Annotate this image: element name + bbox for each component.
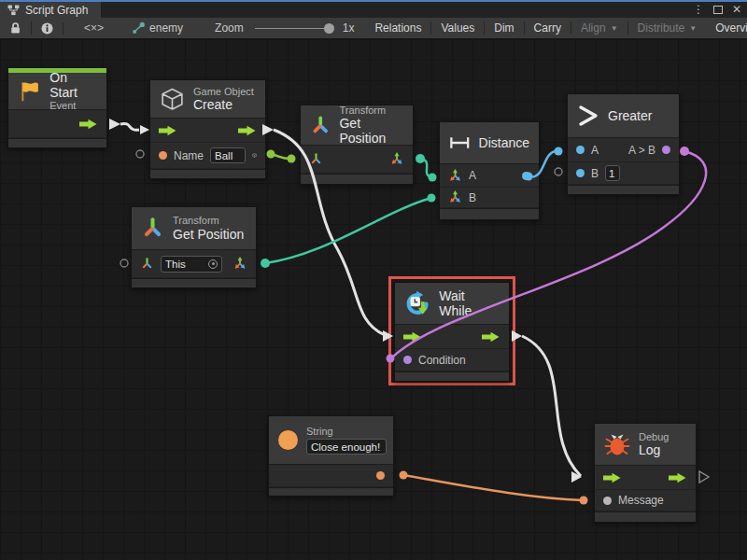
align-button[interactable]: Align ▼ (571, 21, 628, 35)
graph-icon (7, 5, 20, 16)
transform-input-port[interactable] (309, 152, 323, 166)
wire-endpoint (261, 259, 270, 268)
values-button[interactable]: Values (431, 21, 485, 35)
input-b-label: B (469, 191, 476, 204)
node-game-object-create[interactable]: Game Object Create Name (149, 79, 266, 179)
flow-output-port[interactable] (238, 125, 257, 136)
carry-button[interactable]: Carry (525, 21, 571, 35)
vector3-input-icon[interactable] (448, 169, 462, 183)
wire-getposition2-to-distance-b[interactable] (265, 198, 431, 263)
unconnected-port-circle[interactable] (555, 168, 562, 175)
wire-string-to-message[interactable] (403, 475, 583, 500)
node-string-literal[interactable]: String (268, 415, 394, 497)
window-menu-icon[interactable]: ⋮ (693, 3, 704, 16)
input-a-label: A (591, 144, 599, 157)
zoom-slider-handle[interactable] (324, 23, 334, 34)
node-greater[interactable]: Greater A A > B B (567, 93, 680, 195)
wire-endpoint (429, 174, 437, 182)
vector3-output-icon[interactable] (389, 152, 404, 166)
greater-output-port[interactable] (662, 146, 670, 154)
distance-output-port[interactable] (522, 172, 530, 180)
carry-label: Carry (534, 21, 561, 35)
vector3-output-icon[interactable] (233, 257, 247, 271)
node-category: Transform (339, 105, 403, 117)
flow-output-port[interactable] (669, 472, 687, 483)
tab-script-graph[interactable]: Script Graph (0, 2, 101, 18)
node-title: Distance (479, 135, 529, 150)
window-maximize-icon[interactable] (713, 6, 723, 14)
input-a-label: A (469, 169, 476, 182)
greater-b-input-port[interactable] (576, 169, 585, 177)
relations-button[interactable]: Relations (365, 21, 431, 35)
bug-icon (604, 431, 630, 457)
message-input-port[interactable] (603, 497, 612, 505)
info-button[interactable] (32, 22, 63, 35)
wire-create-to-getposition1[interactable] (271, 154, 291, 159)
wire-waitwhile-to-debuglog[interactable] (522, 336, 581, 476)
string-icon (278, 430, 298, 450)
string-output-port[interactable] (376, 471, 385, 480)
flow-input-port[interactable] (603, 472, 622, 483)
condition-input-port[interactable] (403, 356, 412, 364)
game-object-output-icon[interactable] (252, 148, 257, 162)
distribute-button[interactable]: Distribute ▼ (628, 21, 707, 35)
target-field-wrap (161, 256, 222, 273)
node-footer (440, 208, 539, 219)
align-dropdown-icon: ▼ (611, 24, 618, 33)
script-graph-canvas[interactable]: On Start Event Game Object Create (0, 39, 747, 560)
graph-asset-icon (132, 21, 146, 35)
node-distance[interactable]: Distance A B (439, 121, 540, 220)
flow-input-port[interactable] (159, 125, 177, 136)
wire-endpoint (555, 147, 563, 156)
greater-icon (577, 105, 599, 127)
lock-button[interactable] (0, 21, 32, 35)
object-picker-icon[interactable] (208, 259, 218, 269)
info-icon (41, 22, 53, 35)
node-get-position-1[interactable]: Transform Get Position (300, 105, 414, 185)
vector3-input-icon[interactable] (448, 190, 462, 204)
target-field[interactable] (165, 259, 208, 270)
code-icon: <×> (84, 21, 104, 35)
name-label: Name (174, 149, 204, 162)
titlebar: Script Graph ⋮ ✕ (0, 0, 747, 18)
node-wait-while[interactable]: Wait While Condition (394, 282, 510, 382)
zoom-slider[interactable] (255, 28, 331, 29)
node-get-position-2[interactable]: Transform Get Position (131, 206, 257, 288)
cube-icon (160, 87, 185, 112)
flag-icon (18, 79, 41, 104)
node-footer (8, 138, 106, 147)
string-value-field[interactable] (306, 439, 387, 455)
input-b-label: B (591, 167, 599, 180)
flow-input-port[interactable] (403, 331, 422, 343)
dim-button[interactable]: Dim (485, 21, 524, 35)
graph-name: enemy (146, 21, 187, 35)
window-close-icon[interactable]: ✕ (732, 3, 741, 16)
result-label: A > B (628, 144, 655, 157)
flow-output-port[interactable] (79, 119, 98, 130)
name-input-port[interactable] (159, 151, 167, 160)
node-category: Debug (639, 431, 669, 443)
values-label: Values (441, 21, 474, 35)
focus-accent-line (0, 0, 747, 2)
transform-icon (310, 114, 331, 137)
wire-onstart-to-create[interactable] (120, 123, 139, 130)
wire-getposition1-to-distance-a[interactable] (420, 159, 431, 177)
unconnected-port-circle[interactable] (136, 150, 144, 158)
distribute-label: Distribute (638, 21, 685, 35)
zoom-label: Zoom (211, 21, 247, 35)
overview-button[interactable]: Overview (706, 21, 747, 35)
name-field[interactable] (210, 147, 246, 163)
flow-output-port[interactable] (482, 331, 500, 343)
node-title: Get Position (339, 116, 403, 146)
b-value-field[interactable] (605, 165, 620, 181)
unconnected-port-circle[interactable] (120, 259, 128, 267)
transform-input-port[interactable] (140, 257, 154, 271)
node-title: On Start (49, 70, 97, 100)
node-on-start-event[interactable]: On Start Event (7, 67, 107, 148)
node-debug-log[interactable]: Debug Log Message (594, 423, 697, 523)
code-preview-button[interactable]: <×> (63, 21, 124, 35)
greater-a-input-port[interactable] (576, 146, 585, 154)
node-footer (150, 169, 265, 178)
transform-icon (141, 217, 164, 240)
unconnected-flow-triangle[interactable] (699, 471, 709, 483)
